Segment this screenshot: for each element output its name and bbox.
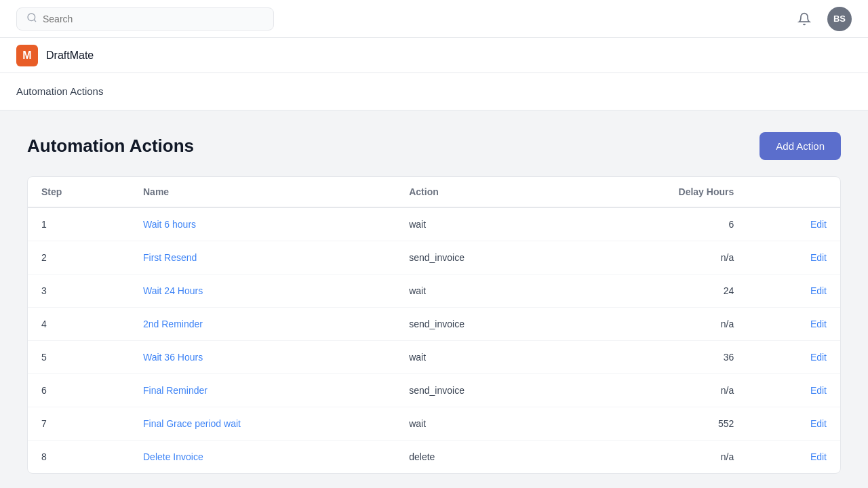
search-icon [26, 12, 37, 26]
cell-action: send_invoice [395, 241, 572, 274]
cell-step: 3 [28, 274, 130, 308]
cell-delay-hours: n/a [572, 241, 747, 274]
table-row: 3Wait 24 Hourswait24Edit [28, 274, 840, 308]
svg-point-0 [28, 14, 35, 21]
edit-link[interactable]: Edit [747, 274, 840, 308]
cell-delay-hours: 24 [572, 274, 747, 308]
cell-action: send_invoice [395, 308, 572, 341]
cell-name[interactable]: Final Reminder [130, 374, 395, 407]
breadcrumb: Automation Actions [16, 85, 103, 97]
cell-delay-hours: n/a [572, 374, 747, 407]
cell-name[interactable]: Wait 24 Hours [130, 274, 395, 308]
cell-step: 5 [28, 341, 130, 374]
edit-link[interactable]: Edit [747, 241, 840, 274]
cell-name[interactable]: Wait 6 hours [130, 207, 395, 241]
cell-delay-hours: 6 [572, 207, 747, 241]
brand-bar: M DraftMate [0, 38, 868, 73]
bell-icon[interactable] [792, 7, 816, 31]
cell-step: 8 [28, 441, 130, 474]
cell-action: wait [395, 341, 572, 374]
cell-name[interactable]: First Resend [130, 241, 395, 274]
edit-link[interactable]: Edit [747, 207, 840, 241]
cell-name[interactable]: 2nd Reminder [130, 308, 395, 341]
edit-link[interactable]: Edit [747, 374, 840, 407]
page-header: Automation Actions [0, 73, 868, 110]
cell-action: wait [395, 274, 572, 308]
col-action: Action [395, 177, 572, 207]
add-action-button[interactable]: Add Action [760, 132, 841, 160]
cell-delay-hours: n/a [572, 308, 747, 341]
avatar[interactable]: BS [827, 7, 852, 31]
cell-step: 6 [28, 374, 130, 407]
table-row: 6Final Remindersend_invoicen/aEdit [28, 374, 840, 407]
cell-action: delete [395, 441, 572, 474]
table-row: 2First Resendsend_invoicen/aEdit [28, 241, 840, 274]
table-row: 8Delete Invoicedeleten/aEdit [28, 441, 840, 474]
table-row: 5Wait 36 Hourswait36Edit [28, 341, 840, 374]
search-input[interactable] [43, 14, 264, 24]
cell-action: send_invoice [395, 374, 572, 407]
svg-line-1 [34, 20, 36, 22]
topbar-right: BS [792, 7, 852, 31]
cell-delay-hours: 36 [572, 341, 747, 374]
edit-link[interactable]: Edit [747, 441, 840, 474]
cell-step: 2 [28, 241, 130, 274]
cell-name[interactable]: Delete Invoice [130, 441, 395, 474]
cell-step: 7 [28, 407, 130, 441]
edit-link[interactable]: Edit [747, 341, 840, 374]
page-title: Automation Actions [27, 136, 194, 157]
col-step: Step [28, 177, 130, 207]
table-row: 42nd Remindersend_invoicen/aEdit [28, 308, 840, 341]
table-row: 1Wait 6 hourswait6Edit [28, 207, 840, 241]
edit-link[interactable]: Edit [747, 407, 840, 441]
cell-step: 4 [28, 308, 130, 341]
topbar: BS [0, 0, 868, 38]
cell-action: wait [395, 207, 572, 241]
col-name: Name [130, 177, 395, 207]
content-header: Automation Actions Add Action [27, 132, 841, 160]
automation-table: Step Name Action Delay Hours 1Wait 6 hou… [28, 177, 840, 473]
brand-name: DraftMate [46, 49, 94, 62]
search-container [16, 7, 274, 30]
cell-delay-hours: n/a [572, 441, 747, 474]
main-content: Automation Actions Add Action Step Name … [0, 110, 868, 488]
cell-delay-hours: 552 [572, 407, 747, 441]
edit-link[interactable]: Edit [747, 308, 840, 341]
cell-step: 1 [28, 207, 130, 241]
brand-logo: M [16, 45, 38, 66]
col-edit [747, 177, 840, 207]
table-header-row: Step Name Action Delay Hours [28, 177, 840, 207]
table-row: 7Final Grace period waitwait552Edit [28, 407, 840, 441]
table-wrapper: Step Name Action Delay Hours 1Wait 6 hou… [27, 176, 841, 474]
cell-name[interactable]: Final Grace period wait [130, 407, 395, 441]
col-delay-hours: Delay Hours [572, 177, 747, 207]
cell-action: wait [395, 407, 572, 441]
cell-name[interactable]: Wait 36 Hours [130, 341, 395, 374]
